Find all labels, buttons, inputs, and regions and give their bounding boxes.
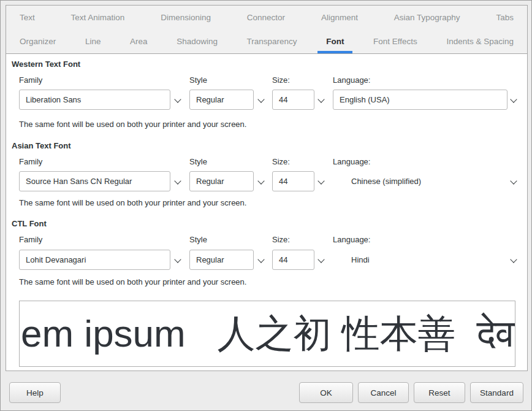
- western-size-label: Size:: [272, 75, 290, 85]
- tab-line[interactable]: Line: [85, 29, 101, 53]
- reset-button[interactable]: Reset: [414, 382, 465, 403]
- ctl-size-label: Size:: [272, 235, 290, 244]
- ctl-language-label: Language:: [333, 235, 370, 244]
- western-size-combobox[interactable]: 44: [272, 90, 314, 110]
- western-family-label: Family: [19, 75, 42, 85]
- western-language-combobox[interactable]: English (USA): [333, 90, 507, 110]
- action-button-row: OK Cancel Reset Standard: [299, 382, 523, 403]
- tab-tabs[interactable]: Tabs: [496, 6, 514, 29]
- standard-button[interactable]: Standard: [470, 382, 523, 403]
- asian-language-combobox[interactable]: Chinese (simplified): [333, 171, 507, 191]
- ctl-style-combobox[interactable]: Regular: [189, 250, 254, 270]
- tab-connector[interactable]: Connector: [247, 6, 285, 29]
- western-style-combobox[interactable]: Regular: [189, 90, 254, 110]
- asian-family-combobox[interactable]: Source Han Sans CN Regular: [19, 171, 170, 191]
- font-preview-box: em ipsum 人之初 性本善 देवन: [19, 301, 515, 367]
- ctl-note: The same font will be used on both your …: [19, 277, 246, 286]
- asian-size-combobox[interactable]: 44: [272, 171, 314, 191]
- tab-transparency[interactable]: Transparency: [247, 29, 297, 53]
- tab-row-1: Text Text Animation Dimensioning Connect…: [6, 6, 527, 29]
- font-preview-text: em ipsum 人之初 性本善 देवन: [20, 303, 515, 364]
- cancel-button[interactable]: Cancel: [358, 382, 409, 403]
- ok-button[interactable]: OK: [299, 382, 353, 403]
- tab-strip: Text Text Animation Dimensioning Connect…: [6, 6, 527, 54]
- western-language-label: Language:: [333, 75, 370, 85]
- tab-organizer[interactable]: Organizer: [20, 29, 56, 53]
- ctl-size-combobox[interactable]: 44: [272, 250, 314, 270]
- ctl-family-combobox[interactable]: Lohit Devanagari: [19, 250, 170, 270]
- tab-font[interactable]: Font: [326, 29, 344, 53]
- asian-size-label: Size:: [272, 157, 290, 166]
- western-family-combobox[interactable]: Liberation Sans: [19, 90, 170, 110]
- tab-dimensioning[interactable]: Dimensioning: [161, 6, 211, 29]
- ctl-family-label: Family: [19, 235, 42, 244]
- asian-note: The same font will be used on both your …: [19, 198, 246, 207]
- asian-style-combobox[interactable]: Regular: [189, 171, 254, 191]
- tab-alignment[interactable]: Alignment: [321, 6, 358, 29]
- tab-shadowing[interactable]: Shadowing: [177, 29, 218, 53]
- ctl-style-label: Style: [189, 235, 207, 244]
- asian-language-label: Language:: [333, 157, 370, 166]
- western-section-heading: Western Text Font: [12, 60, 80, 69]
- ctl-language-combobox[interactable]: Hindi: [333, 250, 507, 270]
- tab-text[interactable]: Text: [20, 6, 35, 29]
- asian-style-label: Style: [189, 157, 207, 166]
- tab-font-effects[interactable]: Font Effects: [373, 29, 417, 53]
- tab-text-animation[interactable]: Text Animation: [71, 6, 125, 29]
- asian-family-label: Family: [19, 157, 42, 166]
- asian-section-heading: Asian Text Font: [12, 141, 71, 150]
- western-style-label: Style: [189, 75, 207, 85]
- help-button[interactable]: Help: [9, 382, 61, 403]
- tab-asian-typography[interactable]: Asian Typography: [394, 6, 460, 29]
- tab-indents-spacing[interactable]: Indents & Spacing: [446, 29, 514, 53]
- western-note: The same font will be used on both your …: [19, 120, 246, 129]
- ctl-section-heading: CTL Font: [12, 219, 47, 228]
- tab-area[interactable]: Area: [130, 29, 148, 53]
- character-dialog: Text Text Animation Dimensioning Connect…: [0, 0, 532, 411]
- tab-row-2: Organizer Line Area Shadowing Transparen…: [6, 29, 527, 53]
